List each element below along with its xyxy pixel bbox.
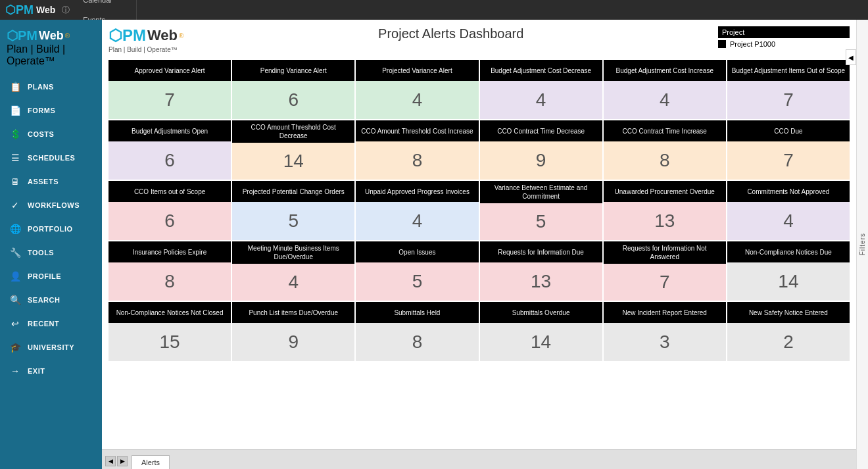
- alert-card-value: 8: [108, 262, 231, 301]
- alert-card-value: 6: [232, 81, 354, 119]
- filter-toggle-button[interactable]: ◀: [846, 49, 856, 65]
- alert-card-pending-variance-alert[interactable]: Pending Variance Alert 6: [232, 60, 354, 119]
- alert-card-value: 4: [727, 202, 850, 240]
- project-color-box: [718, 40, 726, 48]
- alert-card-new-incident-report-entered[interactable]: New Incident Report Entered 3: [604, 302, 726, 361]
- project-item[interactable]: Project P1000: [718, 40, 850, 48]
- alert-card-value: 14: [727, 262, 850, 301]
- alert-card-title: Projected Variance Alert: [356, 60, 478, 81]
- alert-card-title: CCO Amount Threshold Cost Increase: [356, 120, 478, 141]
- sidebar-item-costs[interactable]: 💲 COSTS: [0, 122, 102, 146]
- bottom-bar: ◀ ▶ Alerts: [102, 449, 856, 469]
- sidebar-label-assets: ASSETS: [28, 178, 59, 185]
- sidebar-logo: ⬡PMWeb® Plan | Build | Operate™: [0, 20, 102, 75]
- alert-card-insurance-policies-expire[interactable]: Insurance Policies Expire 8: [108, 241, 231, 301]
- alert-card-value: 14: [480, 323, 602, 361]
- alert-card-new-safety-notice-entered[interactable]: New Safety Notice Entered 2: [727, 302, 850, 361]
- sidebar-item-schedules[interactable]: ☰ SCHEDULES: [0, 146, 102, 170]
- sidebar-item-university[interactable]: 🎓 UNIVERSITY: [0, 335, 102, 359]
- university-icon: 🎓: [9, 342, 21, 353]
- workflows-icon: ✓: [9, 200, 21, 210]
- dashboard: ⬡PMWeb® Plan | Build | Operate™ Project …: [102, 20, 856, 449]
- sidebar-item-exit[interactable]: → EXIT: [0, 359, 102, 383]
- alert-card-title: New Safety Notice Entered: [727, 302, 850, 323]
- alert-card-title: Non-Compliance Notices Due: [727, 241, 850, 262]
- alert-card-title: New Incident Report Entered: [604, 302, 726, 323]
- alert-card-unpaid-approved-progress-invoices[interactable]: Unpaid Approved Progress Invoices 4: [356, 181, 478, 240]
- alert-card-punch-list-items-dueoverdue[interactable]: Punch List items Due/Overdue 9: [232, 302, 354, 361]
- alert-card-value: 5: [356, 262, 478, 301]
- plans-icon: 📋: [9, 82, 21, 92]
- alert-card-value: 4: [480, 81, 602, 119]
- alert-card-budget-adjustment-cost-decrease[interactable]: Budget Adjustment Cost Decrease 4: [480, 60, 602, 119]
- alerts-tab[interactable]: Alerts: [132, 455, 170, 469]
- tools-icon: 🔧: [9, 247, 21, 258]
- alert-card-value: 5: [232, 202, 354, 240]
- sidebar-items: 📋 PLANS 📄 FORMS 💲 COSTS ☰ SCHEDULES 🖥 AS…: [0, 75, 102, 383]
- alert-card-value: 6: [108, 141, 231, 180]
- alert-card-value: 6: [108, 202, 231, 240]
- alert-card-title: Budget Adjustment Cost Increase: [604, 60, 726, 81]
- alert-card-title: Non-Compliance Notices Not Closed: [108, 302, 231, 323]
- alert-card-title: Requests for Information Not Answered: [604, 241, 726, 264]
- alert-card-commitments-not-approved[interactable]: Commitments Not Approved 4: [727, 181, 850, 240]
- alert-card-budget-adjustment-cost-increase[interactable]: Budget Adjustment Cost Increase 4: [604, 60, 726, 119]
- alert-card-open-issues[interactable]: Open Issues 5: [356, 241, 478, 301]
- alert-card-cco-items-out-of-scope[interactable]: CCO Items out of Scope 6: [108, 181, 231, 240]
- alert-card-value: 9: [232, 323, 354, 361]
- sidebar-item-workflows[interactable]: ✓ WORKFLOWS: [0, 193, 102, 217]
- assets-icon: 🖥: [9, 176, 21, 187]
- alert-card-value: 4: [232, 264, 354, 301]
- sidebar: ⬡PMWeb® Plan | Build | Operate™ 📋 PLANS …: [0, 20, 102, 469]
- alert-card-title: Budget Adjustment Items Out of Scope: [727, 60, 850, 81]
- next-tab-button[interactable]: ▶: [117, 456, 128, 466]
- sidebar-item-search[interactable]: 🔍 SEARCH: [0, 288, 102, 312]
- alert-card-unawarded-procurement-overdue[interactable]: Unawarded Procurement Overdue 13: [604, 181, 726, 240]
- alert-card-cco-amount-threshold-cost-increase[interactable]: CCO Amount Threshold Cost Increase 8: [356, 120, 478, 180]
- alert-card-cco-due[interactable]: CCO Due 7: [727, 120, 850, 180]
- main-layout: ⬡PMWeb® Plan | Build | Operate™ 📋 PLANS …: [0, 20, 868, 469]
- alert-card-submittals-overdue[interactable]: Submittals Overdue 14: [480, 302, 602, 361]
- alert-card-cco-amount-threshold-cost-decrease[interactable]: CCO Amount Threshold Cost Decrease 14: [232, 120, 354, 180]
- search-icon: 🔍: [9, 295, 21, 305]
- alert-card-title: Budget Adjustment Cost Decrease: [480, 60, 602, 81]
- sidebar-label-portfolio: PORTFOLIO: [28, 225, 73, 233]
- alert-card-variance-between-estimate-and-commitment[interactable]: Variance Between Estimate and Commitment…: [480, 181, 602, 240]
- alert-card-requests-for-information-due[interactable]: Requests for Information Due 13: [480, 241, 602, 301]
- sidebar-item-forms[interactable]: 📄 FORMS: [0, 99, 102, 122]
- alert-card-budget-adjustments-open[interactable]: Budget Adjustments Open 6: [108, 120, 231, 180]
- filter-panel[interactable]: Filters: [856, 20, 868, 469]
- alert-card-cco-contract-time-increase[interactable]: CCO Contract Time Increase 8: [604, 120, 726, 180]
- alert-card-budget-adjustment-items-out-of-scope[interactable]: Budget Adjustment Items Out of Scope 7: [727, 60, 850, 119]
- nav-tab-calendar[interactable]: Calendar: [76, 0, 136, 10]
- sidebar-item-assets[interactable]: 🖥 ASSETS: [0, 170, 102, 193]
- alert-card-meeting-minute-business-items-dueoverdue[interactable]: Meeting Minute Business Items Due/Overdu…: [232, 241, 354, 301]
- alert-card-value: 8: [356, 141, 478, 180]
- sidebar-label-university: UNIVERSITY: [28, 343, 74, 351]
- alert-card-projected-potential-change-orders[interactable]: Projected Potential Change Orders 5: [232, 181, 354, 240]
- alert-card-submittals-held[interactable]: Submittals Held 8: [356, 302, 478, 361]
- prev-tab-button[interactable]: ◀: [105, 456, 116, 466]
- sidebar-item-portfolio[interactable]: 🌐 PORTFOLIO: [0, 217, 102, 241]
- alert-card-title: Variance Between Estimate and Commitment: [480, 181, 602, 203]
- alert-card-non-compliance-notices-due[interactable]: Non-Compliance Notices Due 14: [727, 241, 850, 301]
- sidebar-item-profile[interactable]: 👤 PROFILE: [0, 264, 102, 288]
- info-icon[interactable]: ⓘ: [62, 5, 70, 16]
- logo-tagline: Plan | Build | Operate™: [7, 43, 95, 67]
- exit-icon: →: [9, 366, 21, 376]
- sidebar-label-forms: FORMS: [28, 107, 55, 114]
- sidebar-label-plans: PLANS: [28, 83, 54, 91]
- sidebar-item-tools[interactable]: 🔧 TOOLS: [0, 241, 102, 264]
- alert-card-cco-contract-time-decrease[interactable]: CCO Contract Time Decrease 9: [480, 120, 602, 180]
- profile-icon: 👤: [9, 271, 21, 282]
- dashboard-logo-tagline: Plan | Build | Operate™: [108, 46, 183, 53]
- alert-card-title: CCO Due: [727, 120, 850, 141]
- alert-card-title: Budget Adjustments Open: [108, 120, 231, 141]
- alert-card-projected-variance-alert[interactable]: Projected Variance Alert 4: [356, 60, 478, 119]
- sidebar-item-recent[interactable]: ↩ RECENT: [0, 312, 102, 335]
- alert-card-non-compliance-notices-not-closed[interactable]: Non-Compliance Notices Not Closed 15: [108, 302, 231, 361]
- alert-card-value: 14: [232, 143, 354, 180]
- sidebar-item-plans[interactable]: 📋 PLANS: [0, 75, 102, 99]
- alert-card-requests-for-information-not-answered[interactable]: Requests for Information Not Answered 7: [604, 241, 726, 301]
- alert-card-approved-variance-alert[interactable]: Approved Variance Alert 7: [108, 60, 231, 119]
